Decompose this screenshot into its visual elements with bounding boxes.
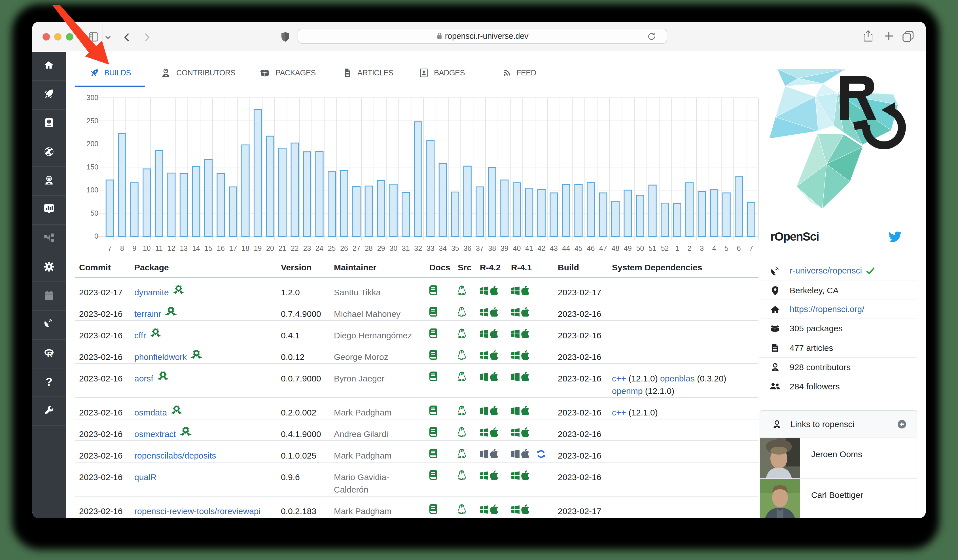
svg-text:40: 40 bbox=[513, 244, 521, 252]
svg-text:39: 39 bbox=[501, 244, 509, 252]
svg-text:41: 41 bbox=[525, 244, 533, 252]
svg-text:29: 29 bbox=[377, 244, 385, 252]
svg-text:43: 43 bbox=[550, 244, 558, 252]
svg-text:7: 7 bbox=[108, 244, 112, 252]
svg-text:5: 5 bbox=[725, 244, 728, 252]
svg-text:11: 11 bbox=[155, 244, 163, 252]
svg-text:42: 42 bbox=[538, 244, 545, 252]
svg-text:32: 32 bbox=[414, 244, 422, 252]
svg-text:47: 47 bbox=[599, 244, 607, 252]
svg-text:23: 23 bbox=[303, 244, 311, 252]
svg-text:17: 17 bbox=[229, 244, 237, 252]
svg-text:9: 9 bbox=[132, 244, 136, 252]
svg-text:2: 2 bbox=[688, 244, 692, 252]
svg-text:250: 250 bbox=[86, 117, 98, 125]
svg-text:19: 19 bbox=[254, 244, 262, 252]
svg-text:26: 26 bbox=[340, 244, 348, 252]
svg-text:52: 52 bbox=[661, 244, 669, 252]
svg-text:31: 31 bbox=[402, 244, 410, 252]
svg-text:50: 50 bbox=[636, 244, 644, 252]
svg-text:20: 20 bbox=[266, 244, 274, 252]
svg-text:3: 3 bbox=[700, 244, 704, 252]
svg-text:38: 38 bbox=[488, 244, 496, 252]
svg-text:49: 49 bbox=[624, 244, 632, 252]
svg-text:48: 48 bbox=[612, 244, 620, 252]
svg-text:24: 24 bbox=[316, 244, 324, 252]
svg-text:25: 25 bbox=[328, 244, 336, 252]
svg-text:1: 1 bbox=[675, 244, 679, 252]
svg-text:12: 12 bbox=[168, 244, 176, 252]
svg-text:28: 28 bbox=[365, 244, 373, 252]
svg-text:100: 100 bbox=[86, 186, 98, 194]
svg-text:30: 30 bbox=[389, 244, 397, 252]
svg-text:0: 0 bbox=[94, 232, 98, 240]
svg-text:16: 16 bbox=[217, 244, 225, 252]
svg-text:27: 27 bbox=[352, 244, 360, 252]
svg-text:21: 21 bbox=[279, 244, 287, 252]
svg-text:13: 13 bbox=[180, 244, 188, 252]
svg-text:22: 22 bbox=[291, 244, 299, 252]
svg-text:R: R bbox=[47, 350, 53, 357]
svg-text:46: 46 bbox=[587, 244, 595, 252]
svg-text:6: 6 bbox=[737, 244, 741, 252]
svg-text:8: 8 bbox=[120, 244, 124, 252]
svg-text:36: 36 bbox=[463, 244, 471, 252]
svg-text:10: 10 bbox=[143, 244, 151, 252]
svg-text:50: 50 bbox=[90, 209, 98, 217]
svg-text:45: 45 bbox=[574, 244, 582, 252]
svg-text:300: 300 bbox=[86, 94, 98, 102]
svg-text:18: 18 bbox=[241, 244, 249, 252]
svg-text:33: 33 bbox=[427, 244, 435, 252]
svg-text:14: 14 bbox=[192, 244, 200, 252]
svg-text:44: 44 bbox=[562, 244, 570, 252]
svg-text:4: 4 bbox=[712, 244, 716, 252]
svg-text:51: 51 bbox=[649, 244, 657, 252]
svg-text:37: 37 bbox=[476, 244, 484, 252]
svg-text:150: 150 bbox=[86, 163, 98, 171]
svg-text:34: 34 bbox=[439, 244, 447, 252]
svg-text:200: 200 bbox=[86, 140, 98, 148]
svg-text:35: 35 bbox=[451, 244, 459, 252]
svg-text:15: 15 bbox=[205, 244, 212, 252]
svg-text:7: 7 bbox=[749, 244, 753, 252]
